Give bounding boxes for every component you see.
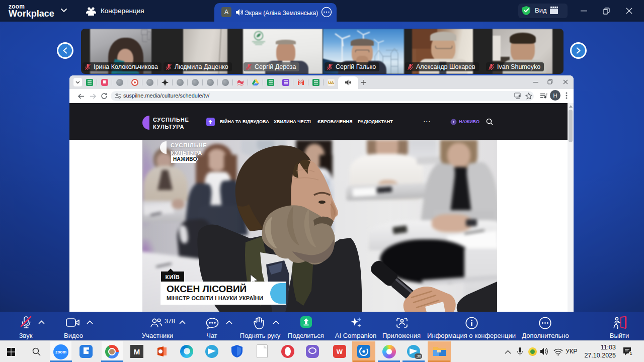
svg-text:1: 1 bbox=[629, 351, 632, 356]
